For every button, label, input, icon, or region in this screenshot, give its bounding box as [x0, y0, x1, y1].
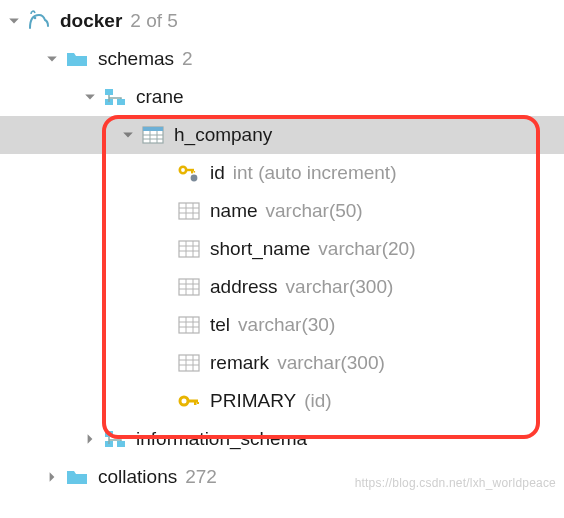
- column-type: varchar(300): [286, 276, 394, 298]
- column-name: remark: [210, 352, 269, 374]
- schema-icon: [102, 87, 128, 107]
- node-label: docker: [60, 10, 122, 32]
- tree-node-docker[interactable]: docker 2 of 5: [0, 2, 564, 40]
- chevron-down-icon: [120, 129, 136, 141]
- chevron-down-icon: [44, 53, 60, 65]
- primary-cols: (id): [304, 390, 331, 412]
- node-label: collations: [98, 466, 177, 488]
- node-count: 2: [182, 48, 193, 70]
- svg-rect-13: [194, 171, 196, 173]
- svg-rect-20: [179, 241, 199, 257]
- svg-rect-1: [105, 89, 113, 95]
- chevron-down-icon: [6, 15, 22, 27]
- chevron-right-icon: [44, 471, 60, 483]
- chevron-down-icon: [82, 91, 98, 103]
- column-icon: [176, 315, 202, 335]
- svg-rect-35: [179, 355, 199, 371]
- svg-rect-12: [191, 171, 193, 173]
- tree-node-information_schema[interactable]: information_schema: [0, 420, 564, 458]
- column-icon: [176, 277, 202, 297]
- schema-icon: [102, 429, 128, 449]
- column-icon: [176, 239, 202, 259]
- node-label: h_company: [174, 124, 272, 146]
- table-icon: [140, 125, 166, 145]
- svg-rect-45: [117, 441, 125, 447]
- table-columns: idint (auto increment) namevarchar(50) s…: [0, 154, 564, 382]
- svg-rect-11: [185, 169, 194, 171]
- chevron-right-icon: [82, 433, 98, 445]
- column-icon: [176, 353, 202, 373]
- tree-node-column[interactable]: telvarchar(30): [0, 306, 564, 344]
- column-type: varchar(50): [266, 200, 363, 222]
- svg-point-14: [191, 175, 198, 182]
- tree-node-column[interactable]: remarkvarchar(300): [0, 344, 564, 382]
- tree-node-column[interactable]: short_namevarchar(20): [0, 230, 564, 268]
- tree-node-column[interactable]: namevarchar(50): [0, 192, 564, 230]
- tree-node-table-h_company[interactable]: h_company: [0, 116, 564, 154]
- column-type: varchar(30): [238, 314, 335, 336]
- node-label: crane: [136, 86, 184, 108]
- column-name: short_name: [210, 238, 310, 260]
- column-icon: [176, 201, 202, 221]
- column-name: tel: [210, 314, 230, 336]
- svg-point-0: [34, 17, 37, 20]
- column-type: varchar(300): [277, 352, 385, 374]
- node-badge: 2 of 5: [130, 10, 178, 32]
- column-name: id: [210, 162, 225, 184]
- column-type: varchar(20): [318, 238, 415, 260]
- primary-key-column-icon: [176, 163, 202, 183]
- svg-point-40: [180, 397, 188, 405]
- column-name: name: [210, 200, 258, 222]
- svg-rect-44: [105, 431, 113, 437]
- column-type: int (auto increment): [233, 162, 397, 184]
- tree-node-column[interactable]: addressvarchar(300): [0, 268, 564, 306]
- node-label: schemas: [98, 48, 174, 70]
- mysql-icon: [26, 8, 52, 34]
- folder-icon: [64, 467, 90, 487]
- db-tree: docker 2 of 5 schemas 2 crane: [0, 0, 564, 496]
- tree-node-column[interactable]: idint (auto increment): [0, 154, 564, 192]
- svg-rect-42: [194, 402, 197, 405]
- svg-rect-43: [197, 402, 199, 404]
- folder-icon: [64, 49, 90, 69]
- tree-node-crane[interactable]: crane: [0, 78, 564, 116]
- primary-label: PRIMARY: [210, 390, 296, 412]
- node-label: information_schema: [136, 428, 307, 450]
- watermark: https://blog.csdn.net/lxh_worldpeace: [355, 476, 556, 490]
- column-name: address: [210, 276, 278, 298]
- svg-rect-30: [179, 317, 199, 333]
- svg-rect-5: [143, 127, 163, 131]
- svg-rect-15: [179, 203, 199, 219]
- tree-node-schemas[interactable]: schemas 2: [0, 40, 564, 78]
- node-count: 272: [185, 466, 217, 488]
- key-icon: [176, 391, 202, 411]
- tree-node-primary-key[interactable]: PRIMARY (id): [0, 382, 564, 420]
- svg-rect-2: [117, 99, 125, 105]
- svg-rect-25: [179, 279, 199, 295]
